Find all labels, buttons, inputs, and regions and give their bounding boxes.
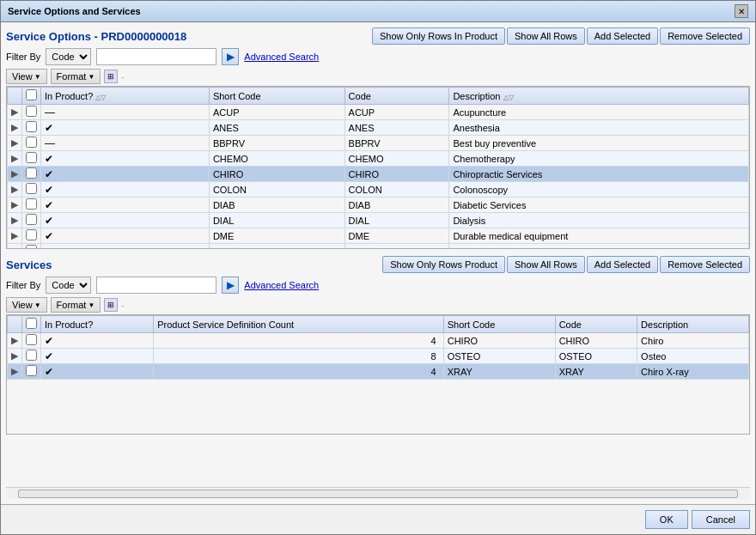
horizontal-scrollbar[interactable] xyxy=(18,489,738,498)
expand-cell[interactable]: ▶ xyxy=(8,182,22,198)
expand-cell[interactable]: ▶ xyxy=(8,198,22,213)
upper-format-button[interactable]: Format ▼ xyxy=(51,69,101,84)
row-checkbox[interactable] xyxy=(26,365,37,376)
upper-show-all-button[interactable]: Show All Rows xyxy=(507,27,585,45)
lower-filter-input[interactable] xyxy=(96,277,216,294)
expand-cell[interactable]: ▶ xyxy=(8,244,22,250)
checkbox-cell[interactable] xyxy=(22,364,41,380)
table-row[interactable]: ▶ ✔ 4 XRAY XRAY Chiro X-ray xyxy=(8,364,749,380)
expand-cell[interactable]: ▶ xyxy=(8,120,22,136)
lower-search-button[interactable]: ▶ xyxy=(222,277,239,294)
table-row[interactable]: ▶ ✔ DIAL DIAL Dialysis xyxy=(8,213,749,228)
lower-th-in-product: In Product? xyxy=(41,316,154,333)
upper-search-button[interactable]: ▶ xyxy=(222,48,239,65)
expand-cell[interactable]: ▶ xyxy=(8,136,22,151)
row-checkbox[interactable] xyxy=(26,121,37,132)
upper-add-selected-button[interactable]: Add Selected xyxy=(587,27,658,45)
upper-th-short-code: Short Code xyxy=(209,88,344,105)
close-button[interactable]: ✕ xyxy=(735,4,748,18)
row-checkbox[interactable] xyxy=(26,214,37,225)
upper-advanced-search-link[interactable]: Advanced Search xyxy=(244,52,319,62)
upper-view-button[interactable]: View ▼ xyxy=(6,69,47,84)
lower-select-all-checkbox[interactable] xyxy=(26,318,37,329)
upper-table-container[interactable]: In Product? △▽ Short Code Code Descripti… xyxy=(6,86,750,249)
code-cell: DNTNR xyxy=(344,244,449,250)
row-checkbox[interactable] xyxy=(26,137,37,148)
lower-view-button[interactable]: View ▼ xyxy=(6,297,47,313)
lower-table-body: ▶ ✔ 4 CHIRO CHIRO Chiro ▶ ✔ 8 OSTEO OSTE… xyxy=(8,333,749,380)
table-row[interactable]: ▶ ✔ 8 OSTEO OSTEO Osteo xyxy=(8,349,749,364)
row-checkbox[interactable] xyxy=(26,198,37,210)
in-product-cell: ✔ xyxy=(41,244,210,250)
upper-show-only-button[interactable]: Show Only Rows In Product xyxy=(372,27,505,45)
checkbox-cell[interactable] xyxy=(22,333,41,349)
lower-th-short-code: Short Code xyxy=(443,316,555,333)
expand-cell[interactable]: ▶ xyxy=(8,213,22,228)
checkbox-cell[interactable] xyxy=(22,120,41,136)
row-checkbox[interactable] xyxy=(26,350,37,361)
table-row[interactable]: ▶ ✔ CHEMO CHEMO Chemotherapy xyxy=(8,151,749,167)
lower-add-selected-button[interactable]: Add Selected xyxy=(587,256,658,273)
upper-remove-selected-button[interactable]: Remove Selected xyxy=(660,27,750,45)
checkbox-cell[interactable] xyxy=(22,151,41,167)
row-checkbox[interactable] xyxy=(26,183,37,194)
lower-filter-row: Filter By Code ▶ Advanced Search xyxy=(6,277,750,294)
expand-cell[interactable]: ▶ xyxy=(8,228,22,244)
expand-cell[interactable]: ▶ xyxy=(8,333,22,349)
lower-section-header: Services Show Only Rows Product Show All… xyxy=(6,256,750,273)
upper-filter-input[interactable] xyxy=(96,48,216,65)
upper-sort-desc: △▽ xyxy=(503,94,514,101)
table-row[interactable]: ▶ ✔ ANES ANES Anesthesia xyxy=(8,120,749,136)
checkbox-cell[interactable] xyxy=(22,228,41,244)
count-cell: 4 xyxy=(154,333,444,349)
code-cell: OSTEO xyxy=(555,349,637,364)
checkbox-cell[interactable] xyxy=(22,105,41,120)
lower-th-checkbox xyxy=(22,316,41,333)
lower-show-only-button[interactable]: Show Only Rows Product xyxy=(382,256,505,273)
upper-select-all-checkbox[interactable] xyxy=(26,89,37,100)
table-row[interactable]: ▶ — BBPRV BBPRV Best buy preventive xyxy=(8,136,749,151)
checkbox-cell[interactable] xyxy=(22,182,41,198)
description-cell: Osteo xyxy=(637,349,749,364)
checkbox-cell[interactable] xyxy=(22,167,41,182)
row-checkbox[interactable] xyxy=(26,167,37,179)
expand-cell[interactable]: ▶ xyxy=(8,364,22,380)
lower-show-all-button[interactable]: Show All Rows xyxy=(507,256,585,273)
upper-export-icon[interactable]: ⊞ xyxy=(104,70,118,83)
row-checkbox[interactable] xyxy=(26,106,37,117)
description-cell: Chiro xyxy=(637,333,749,349)
table-row[interactable]: ▶ — ACUP ACUP Acupuncture xyxy=(8,105,749,120)
lower-filter-select[interactable]: Code xyxy=(46,277,91,294)
checkbox-cell[interactable] xyxy=(22,349,41,364)
upper-section-title: Service Options - PRD0000000018 xyxy=(6,30,186,43)
lower-table-container[interactable]: In Product? Product Service Definition C… xyxy=(6,314,750,435)
row-checkbox[interactable] xyxy=(26,152,37,163)
checkbox-cell[interactable] xyxy=(22,198,41,213)
row-checkbox[interactable] xyxy=(26,245,37,249)
short-code-cell: OSTEO xyxy=(443,349,555,364)
lower-export-icon[interactable]: ⊞ xyxy=(104,298,118,312)
table-row[interactable]: ▶ ✔ DNTNR DNTNR Dental Nonroutine xyxy=(8,244,749,250)
checkbox-cell[interactable] xyxy=(22,213,41,228)
table-row[interactable]: ▶ ✔ DME DME Durable medical equipment xyxy=(8,228,749,244)
cancel-button[interactable]: Cancel xyxy=(692,510,750,529)
lower-remove-selected-button[interactable]: Remove Selected xyxy=(660,256,750,273)
upper-view-label: View xyxy=(12,71,33,82)
lower-advanced-search-link[interactable]: Advanced Search xyxy=(244,280,319,290)
table-row[interactable]: ▶ ✔ 4 CHIRO CHIRO Chiro xyxy=(8,333,749,349)
code-cell: BBPRV xyxy=(344,136,449,151)
table-row[interactable]: ▶ ✔ CHIRO CHIRO Chiropractic Services xyxy=(8,167,749,182)
row-checkbox[interactable] xyxy=(26,334,37,345)
table-row[interactable]: ▶ ✔ DIAB DIAB Diabetic Services xyxy=(8,198,749,213)
table-row[interactable]: ▶ ✔ COLON COLON Colonoscopy xyxy=(8,182,749,198)
expand-cell[interactable]: ▶ xyxy=(8,349,22,364)
expand-cell[interactable]: ▶ xyxy=(8,105,22,120)
checkbox-cell[interactable] xyxy=(22,244,41,250)
row-checkbox[interactable] xyxy=(26,229,37,240)
expand-cell[interactable]: ▶ xyxy=(8,167,22,182)
upper-filter-select[interactable]: Code xyxy=(46,48,91,65)
expand-cell[interactable]: ▶ xyxy=(8,151,22,167)
ok-button[interactable]: OK xyxy=(645,510,688,529)
lower-format-button[interactable]: Format ▼ xyxy=(51,297,101,313)
checkbox-cell[interactable] xyxy=(22,136,41,151)
